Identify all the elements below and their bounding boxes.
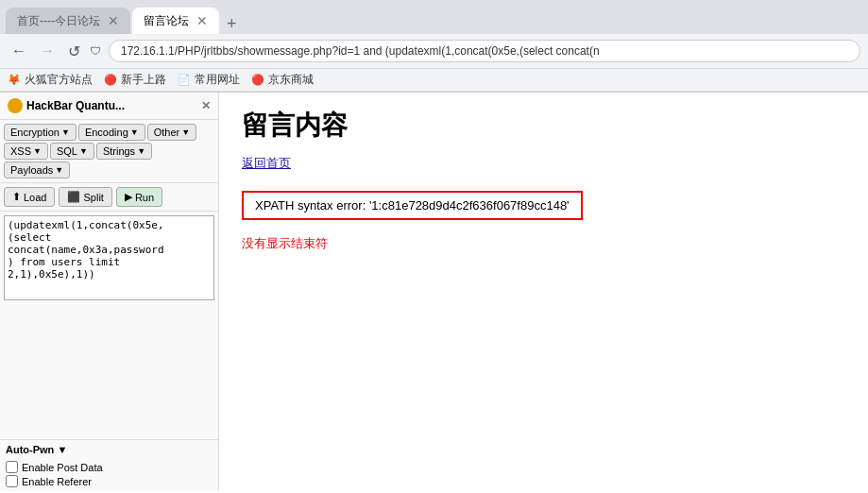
error-section: XPATH syntax error: '1:c81e728d9d4c2f636… [242,183,845,228]
back-button[interactable]: ← [8,41,30,61]
xss-button[interactable]: XSS ▼ [4,143,48,160]
payloads-button[interactable]: Payloads ▼ [4,162,70,178]
load-icon: ⬆ [12,191,21,203]
sql-button[interactable]: SQL ▼ [50,143,94,160]
page-area: 留言内容 返回首页 XPATH syntax error: '1:c81e728… [219,93,868,491]
split-button[interactable]: ⬛ Split [59,187,111,207]
tab-close-1[interactable]: ✕ [108,13,119,28]
post-data-input[interactable] [6,461,18,473]
encoding-button[interactable]: Encoding ▼ [78,124,145,141]
refresh-button[interactable]: ↺ [64,41,84,62]
referer-label: Enable Referer [22,476,92,487]
address-bar: ← → ↺ 🛡 [0,34,868,69]
encryption-label: Encryption [10,127,60,138]
bookmark-newuser[interactable]: 🔴 新手上路 [104,72,166,88]
tab-close-2[interactable]: ✕ [196,13,208,28]
common-icon: 📄 [178,74,191,86]
hackbar-checkboxes: Enable Post Data Enable Referer [0,459,218,491]
bookmark-label: 新手上路 [121,72,166,88]
address-input[interactable] [109,40,860,62]
other-arrow: ▼ [181,128,190,137]
xpath-error-value: '1:c81e728d9d4c2f636f067f89cc148' [369,198,570,212]
xss-label: XSS [10,145,31,157]
enable-referer-checkbox[interactable]: Enable Referer [6,475,213,487]
strings-button[interactable]: Strings ▼ [96,143,152,160]
browser-chrome: 首页----今日论坛 ✕ 留言论坛 ✕ + ← → ↺ 🛡 🦊 火狐官方站点 🔴… [0,0,868,93]
bookmark-label: 常用网址 [195,72,240,88]
hackbar-logo [8,98,23,113]
xpath-error-prefix: XPATH syntax error: [255,198,369,212]
forward-button[interactable]: → [36,41,59,61]
new-tab-button[interactable]: + [219,14,245,34]
other-label: Other [154,127,180,138]
firefox-icon: 🦊 [8,74,21,86]
page-title: 留言内容 [242,108,845,144]
bookmark-label: 火狐官方站点 [25,72,93,88]
other-button[interactable]: Other ▼ [147,124,196,141]
hackbar-autopwn[interactable]: Auto-Pwn ▼ [0,439,218,459]
autopwn-label: Auto-Pwn ▼ [6,444,67,455]
payloads-arrow: ▼ [55,165,63,175]
back-link[interactable]: 返回首页 [242,155,845,172]
encoding-arrow: ▼ [130,128,139,137]
xpath-error-box: XPATH syntax error: '1:c81e728d9d4c2f636… [242,191,583,220]
tab-inactive[interactable]: 首页----今日论坛 ✕ [6,8,130,34]
tab-title-1: 首页----今日论坛 [17,13,100,29]
sql-label: SQL [57,145,77,157]
post-data-label: Enable Post Data [22,462,103,473]
load-button[interactable]: ⬆ Load [4,187,55,207]
run-button[interactable]: ▶ Run [116,187,162,207]
jd-icon: 🔴 [251,74,264,86]
newuser-icon: 🔴 [104,74,117,86]
split-icon: ⬛ [67,191,80,203]
strings-label: Strings [103,145,135,157]
shield-icon: 🛡 [90,44,101,58]
tab-active[interactable]: 留言论坛 ✕ [132,8,219,34]
bookmark-label: 京东商城 [268,72,314,88]
hackbar-header: HackBar Quantu... ✕ [0,93,218,120]
encryption-arrow: ▼ [61,128,70,137]
xss-arrow: ▼ [33,146,42,156]
referer-input[interactable] [6,475,18,487]
hackbar-textarea[interactable]: (updatexml(1,concat(0x5e, (select concat… [4,215,214,300]
hackbar-textarea-wrap: (updatexml(1,concat(0x5e, (select concat… [0,212,218,439]
split-label: Split [83,192,103,203]
encoding-label: Encoding [85,127,128,138]
strings-arrow: ▼ [137,146,145,156]
load-label: Load [24,192,46,203]
no-end-symbol: 没有显示结束符 [242,235,845,252]
bookmark-firefox[interactable]: 🦊 火狐官方站点 [8,72,93,88]
enable-post-data-checkbox[interactable]: Enable Post Data [6,461,213,473]
hackbar-close-button[interactable]: ✕ [201,99,211,112]
hackbar-buttons-row: Encryption ▼ Encoding ▼ Other ▼ XSS ▼ SQ… [0,120,218,183]
tab-bar: 首页----今日论坛 ✕ 留言论坛 ✕ + [0,0,868,34]
bookmarks-bar: 🦊 火狐官方站点 🔴 新手上路 📄 常用网址 🔴 京东商城 [0,69,868,92]
hackbar-title: HackBar Quantu... [26,99,125,112]
run-label: Run [135,192,154,203]
encryption-button[interactable]: Encryption ▼ [4,124,77,141]
sql-arrow: ▼ [79,146,88,156]
bookmark-jd[interactable]: 🔴 京东商城 [251,72,314,88]
main-content: HackBar Quantu... ✕ Encryption ▼ Encodin… [0,93,868,491]
hackbar-actions-row: ⬆ Load ⬛ Split ▶ Run [0,183,218,212]
run-icon: ▶ [125,191,132,203]
bookmark-common[interactable]: 📄 常用网址 [178,72,240,88]
hackbar-panel: HackBar Quantu... ✕ Encryption ▼ Encodin… [0,93,219,491]
tab-title-2: 留言论坛 [144,13,189,29]
payloads-label: Payloads [10,164,53,176]
